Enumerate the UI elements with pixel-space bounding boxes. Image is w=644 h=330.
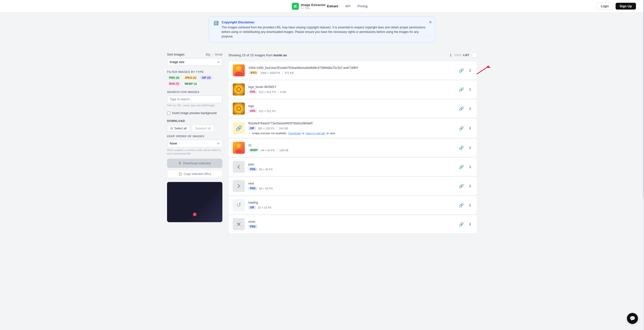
copy-link-button[interactable]: 🔗 bbox=[458, 183, 465, 190]
download-button[interactable]: ⬇ bbox=[467, 86, 473, 93]
image-row: 1064×1600_6a1cbac5f1edd4763ead9dcba3bd6d… bbox=[228, 61, 477, 80]
image-info: logo SVG 512 × 512 PX bbox=[248, 104, 454, 113]
image-name: 2x bbox=[248, 144, 454, 147]
disclaimer-close-button[interactable]: ✕ bbox=[429, 20, 432, 25]
copy-link-button[interactable]: 🔗 bbox=[458, 164, 465, 170]
image-size: 372 KB bbox=[285, 71, 294, 74]
download-link[interactable]: Download bbox=[288, 132, 301, 135]
select-all-button[interactable]: ⊙ Select all bbox=[167, 125, 190, 132]
copy-link-button[interactable]: 🔗 bbox=[458, 67, 465, 74]
image-size: 242 KB bbox=[279, 127, 288, 130]
filter-webp[interactable]: WEBP (1) bbox=[183, 81, 199, 86]
preview-placeholder bbox=[167, 182, 222, 222]
copy-link-button[interactable]: 🔗 bbox=[458, 145, 465, 151]
keep-order-section: Keep order of images None When enabled, … bbox=[167, 135, 222, 156]
image-thumbnail: 🔗 bbox=[233, 122, 245, 134]
disclaimer-banner: ℹ️ Copyright Disclaimer The images retri… bbox=[209, 17, 435, 42]
image-size: 138 KB bbox=[279, 149, 288, 152]
login-button[interactable]: Login bbox=[596, 3, 613, 10]
image-meta: PNG bbox=[248, 225, 454, 228]
signup-button[interactable]: Sign Up bbox=[616, 3, 636, 10]
svg-point-0 bbox=[236, 66, 241, 71]
image-meta: GIF 32 × 32 PX bbox=[248, 206, 454, 209]
image-row: logo_bunkr-9Ki5M1Y SVG 512 × 512 PX | 5 … bbox=[228, 80, 477, 99]
download-button[interactable]: ⬇ bbox=[467, 125, 473, 132]
copy-link-button[interactable]: 🔗 bbox=[458, 86, 465, 93]
deselect-all-button[interactable]: Deselect all bbox=[192, 125, 214, 132]
filter-jpeg[interactable]: JPEG (1) bbox=[183, 75, 198, 80]
image-type-badge: JPEG bbox=[248, 71, 259, 75]
nav-api[interactable]: API bbox=[345, 4, 350, 8]
download-button[interactable]: ⬇ bbox=[467, 164, 473, 170]
image-row: ↺ loading GIF 32 × 32 PX 🔗 ⬇ bbox=[228, 196, 477, 214]
filter-label: Filter images by type bbox=[167, 70, 222, 73]
nav-pricing[interactable]: Pricing bbox=[357, 4, 368, 8]
image-thumbnail bbox=[233, 218, 245, 230]
image-info: 2x WEBP 64 × 64 PX | 138 KB bbox=[248, 144, 454, 152]
svg-point-15 bbox=[235, 149, 242, 153]
image-row: 2x WEBP 64 × 64 PX | 138 KB 🔗 ⬇ bbox=[228, 138, 477, 157]
image-info: logo_bunkr-9Ki5M1Y SVG 512 × 512 PX | 5 … bbox=[248, 85, 454, 94]
filter-svg[interactable]: SVG (7) bbox=[167, 81, 181, 86]
page-number: 1 bbox=[450, 53, 452, 57]
image-type-badge: SVG bbox=[248, 90, 257, 94]
info-icon: ℹ️ bbox=[214, 21, 219, 25]
image-dimensions: 1064 × 1600 PX bbox=[260, 71, 280, 74]
image-dimensions: 512 × 512 PX bbox=[259, 90, 276, 93]
copy-link-button[interactable]: 🔗 bbox=[458, 105, 465, 112]
download-selected-button[interactable]: ⬇ Download selected bbox=[167, 159, 222, 168]
invert-label: Invert image preview background bbox=[172, 111, 217, 115]
main-layout: Sort images Big → Small Image size Filte… bbox=[161, 46, 483, 233]
download-button[interactable]: ⬇ bbox=[467, 183, 473, 190]
svg-point-4 bbox=[237, 87, 241, 91]
svg-point-1 bbox=[235, 72, 243, 76]
sort-select[interactable]: Image size bbox=[167, 58, 222, 66]
image-type-badge: GIF bbox=[248, 206, 256, 209]
image-row: prev PNG 50 × 45 PX 🔗 ⬇ bbox=[228, 158, 477, 176]
nav-extract[interactable]: Extract bbox=[327, 4, 338, 8]
view-toggle: GRID LIST bbox=[454, 54, 469, 57]
image-dimensions: 32 × 32 PX bbox=[258, 206, 272, 209]
download-button[interactable]: ⬇ bbox=[467, 202, 473, 209]
download-icon: ⬇ bbox=[179, 161, 181, 165]
image-row: 🔗 f62b4e9764dc8773e43ebe6953f765d5c8909e… bbox=[228, 118, 477, 138]
copy-link-button[interactable]: 🔗 bbox=[458, 221, 465, 228]
filter-gif[interactable]: GIF (3) bbox=[200, 75, 213, 80]
svg-line-2 bbox=[477, 67, 488, 74]
image-actions: 🔗 ⬇ bbox=[458, 202, 473, 209]
image-actions: 🔗 ⬇ bbox=[458, 164, 473, 170]
scrollbar-thumb[interactable] bbox=[643, 0, 644, 198]
image-type-badge: PNG bbox=[248, 186, 257, 190]
download-button[interactable]: ⬇ bbox=[467, 145, 473, 151]
warning-row: ⚠ Image preview not available. Download … bbox=[248, 131, 454, 135]
open-new-tab-link[interactable]: open in new tab bbox=[306, 132, 325, 135]
download-button[interactable]: ⬇ bbox=[467, 105, 473, 112]
list-view-btn[interactable]: LIST bbox=[463, 54, 469, 57]
nav-actions: Login Sign Up bbox=[596, 3, 636, 10]
copy-link-button[interactable]: 🔗 bbox=[458, 202, 465, 209]
select-all-icon[interactable] bbox=[472, 53, 477, 58]
filter-png[interactable]: PNG (3) bbox=[167, 75, 181, 80]
image-meta: PNG 50 × 45 PX bbox=[248, 167, 454, 171]
download-button[interactable]: ⬇ bbox=[467, 67, 473, 74]
keep-order-label: Keep order of images bbox=[167, 135, 222, 138]
sort-label: Sort images bbox=[167, 53, 184, 56]
image-info: f62b4e9764dc8773e43ebe6953f765d5c8909ef0… bbox=[248, 122, 454, 135]
disclaimer-text: The images retrieved from the provided U… bbox=[222, 25, 430, 39]
image-thumbnail bbox=[233, 180, 245, 192]
image-row: logo SVG 512 × 512 PX 🔗 ⬇ bbox=[228, 99, 477, 118]
download-btn-label: Download selected bbox=[183, 161, 211, 165]
domain-text: bunkr.ax bbox=[273, 53, 287, 57]
copy-link-button[interactable]: 🔗 bbox=[458, 125, 465, 132]
keep-order-select[interactable]: None bbox=[167, 140, 222, 147]
search-input[interactable] bbox=[167, 96, 222, 103]
scrollbar[interactable] bbox=[643, 0, 644, 233]
svg-point-9 bbox=[237, 107, 241, 111]
image-name: logo bbox=[248, 104, 454, 108]
download-button[interactable]: ⬇ bbox=[467, 221, 473, 228]
image-meta: PNG 50 × 45 PX bbox=[248, 186, 454, 190]
grid-view-btn[interactable]: GRID bbox=[454, 54, 461, 57]
invert-checkbox[interactable] bbox=[167, 112, 170, 115]
image-name: loading bbox=[248, 201, 454, 204]
copy-urls-button[interactable]: 📋 Copy selected URLs bbox=[167, 170, 222, 178]
